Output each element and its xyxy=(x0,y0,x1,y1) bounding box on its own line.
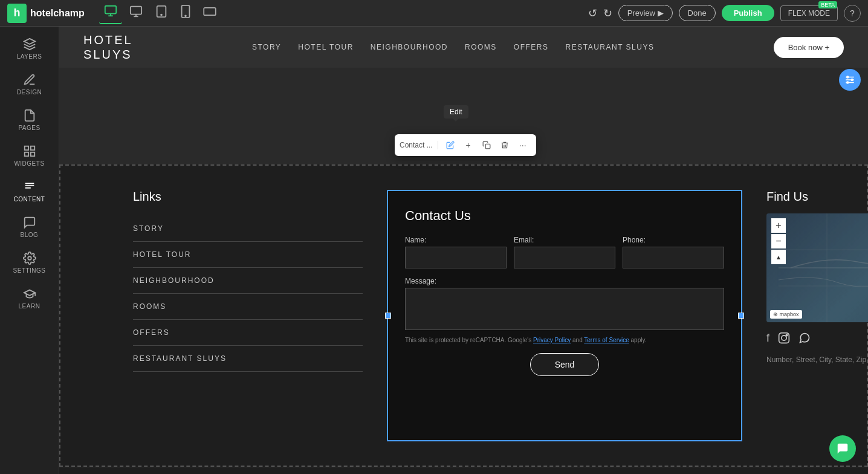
recaptcha-text: This site is protected by reCAPTCHA. Goo… xyxy=(405,336,724,345)
chat-button[interactable] xyxy=(829,435,856,462)
message-textarea[interactable] xyxy=(405,288,724,330)
sidebar-item-blog[interactable]: BLOG xyxy=(0,210,59,244)
footer-section: Links STORY HOTEL TOUR NEIGHBOURHOOD ROO… xyxy=(59,164,868,467)
help-button[interactable]: ? xyxy=(844,5,861,22)
name-input[interactable] xyxy=(405,247,507,268)
nav-rooms[interactable]: ROOMS xyxy=(465,43,497,51)
redo-button[interactable]: ↻ xyxy=(603,7,612,20)
email-field-group: Email: xyxy=(514,236,615,268)
email-label: Email: xyxy=(514,236,615,244)
map-background: Amsterdam + − ▲ ⊕ mapbox xyxy=(766,213,868,322)
device-desktop[interactable] xyxy=(125,2,147,24)
toolbar-delete-button[interactable] xyxy=(496,137,513,154)
svg-rect-22 xyxy=(485,144,490,149)
svg-point-15 xyxy=(28,256,31,260)
hotel-page: HOTEL SLUYS STORY HOTEL TOUR NEIGHBOURHO… xyxy=(59,27,868,474)
beta-badge: BETA xyxy=(818,1,837,8)
nav-offers[interactable]: OFFERS xyxy=(514,43,549,51)
toolbar-copy-button[interactable] xyxy=(478,137,495,154)
list-item[interactable]: OFFERS xyxy=(133,320,363,346)
list-item[interactable]: ROOMS xyxy=(133,294,363,320)
list-item[interactable]: NEIGHBOURHOOD xyxy=(133,268,363,294)
svg-rect-3 xyxy=(131,7,141,15)
phone-label: Phone: xyxy=(623,236,724,244)
sidebar-item-layers[interactable]: LAYERS xyxy=(0,31,59,66)
find-us-column: Find Us xyxy=(766,190,868,441)
canvas-area: HOTEL SLUYS STORY HOTEL TOUR NEIGHBOURHO… xyxy=(59,27,868,474)
phone-input[interactable] xyxy=(623,247,724,268)
svg-point-21 xyxy=(847,82,849,83)
nav-neighbourhood[interactable]: NEIGHBOURHOOD xyxy=(371,43,448,51)
hotel-nav: STORY HOTEL TOUR NEIGHBOURHOOD ROOMS OFF… xyxy=(252,43,655,51)
sidebar-item-widgets[interactable]: WIDGETS xyxy=(0,138,59,173)
mapbox-logo: ⊕ mapbox xyxy=(770,310,802,319)
name-label: Name: xyxy=(405,236,507,244)
svg-rect-10 xyxy=(204,8,216,15)
flex-mode-button[interactable]: BETA FLEX MODE xyxy=(780,5,838,21)
svg-rect-14 xyxy=(30,152,34,156)
logo: h hotelchamp xyxy=(7,4,85,23)
logo-text: hotelchamp xyxy=(30,8,85,19)
toolbar-section-label[interactable]: Contact ... xyxy=(400,141,438,149)
nav-restaurant[interactable]: RESTAURANT SLUYS xyxy=(566,43,655,51)
undo-button[interactable]: ↺ xyxy=(588,7,597,20)
contact-title: Contact Us xyxy=(405,208,724,224)
nav-hotel-tour[interactable]: HOTEL TOUR xyxy=(298,43,353,51)
resize-handle-left[interactable] xyxy=(385,313,391,319)
device-tv[interactable] xyxy=(99,2,122,24)
settings-panel-icon[interactable] xyxy=(839,69,861,91)
contact-form-section: Contact Us Name: Email: Phone: xyxy=(387,190,742,441)
svg-point-19 xyxy=(847,76,849,78)
hotel-header: HOTEL SLUYS STORY HOTEL TOUR NEIGHBOURHO… xyxy=(59,27,868,68)
sidebar-item-content[interactable]: CONTENT xyxy=(0,174,59,209)
edit-tooltip: Edit xyxy=(444,105,468,118)
phone-field-group: Phone: xyxy=(623,236,724,268)
find-us-title: Find Us xyxy=(766,190,868,204)
map-zoom-out[interactable]: − xyxy=(771,234,786,248)
svg-point-31 xyxy=(782,336,786,340)
list-item[interactable]: STORY xyxy=(133,216,363,242)
book-now-button[interactable]: Book now + xyxy=(774,37,844,58)
instagram-icon[interactable] xyxy=(778,332,790,347)
resize-handle-right[interactable] xyxy=(738,313,744,319)
send-button[interactable]: Send xyxy=(530,353,600,376)
preview-button[interactable]: Preview ▶ xyxy=(618,5,673,21)
list-item[interactable]: RESTAURANT SLUYS xyxy=(133,346,363,372)
address-text: Number, Street, City, State, Zip Code xyxy=(766,356,868,364)
contact-info-bar: Phone: +31 (0) 6 4223443 Email: receptio… xyxy=(59,467,868,474)
svg-rect-13 xyxy=(24,152,28,156)
done-button[interactable]: Done xyxy=(679,5,716,21)
sidebar: LAYERS DESIGN PAGES WIDGETS CONTENT BLOG… xyxy=(0,27,59,474)
map-container[interactable]: Amsterdam + − ▲ ⊕ mapbox xyxy=(766,213,868,322)
links-list: STORY HOTEL TOUR NEIGHBOURHOOD ROOMS OFF… xyxy=(133,216,363,372)
map-zoom-in[interactable]: + xyxy=(771,218,786,233)
device-landscape[interactable] xyxy=(198,4,221,22)
topbar: h hotelchamp ↺ ↻ Preview ▶ Done Publish … xyxy=(0,0,868,27)
toolbar-more-button[interactable]: ··· xyxy=(514,137,531,154)
whatsapp-icon[interactable] xyxy=(798,332,811,347)
facebook-icon[interactable]: f xyxy=(766,332,769,347)
privacy-policy-link[interactable]: Privacy Policy xyxy=(533,337,571,343)
svg-point-32 xyxy=(786,334,788,336)
map-reset[interactable]: ▲ xyxy=(771,250,786,264)
svg-rect-0 xyxy=(105,6,116,14)
terms-link[interactable]: Terms of Service xyxy=(584,337,629,343)
toolbar-add-button[interactable]: + xyxy=(460,137,477,154)
sidebar-item-pages[interactable]: PAGES xyxy=(0,103,59,137)
publish-button[interactable]: Publish xyxy=(722,5,774,21)
main-layout: LAYERS DESIGN PAGES WIDGETS CONTENT BLOG… xyxy=(0,27,868,474)
hotel-logo: HOTEL SLUYS xyxy=(83,33,133,62)
email-input[interactable] xyxy=(514,247,615,268)
links-title: Links xyxy=(133,190,363,204)
device-tablet[interactable] xyxy=(150,2,173,24)
nav-story[interactable]: STORY xyxy=(252,43,281,51)
logo-box: h xyxy=(7,4,27,23)
sidebar-item-design[interactable]: DESIGN xyxy=(0,67,59,102)
topbar-actions: ↺ ↻ Preview ▶ Done Publish BETA FLEX MOD… xyxy=(588,5,861,22)
sidebar-item-learn[interactable]: LEARN xyxy=(0,281,59,316)
sidebar-item-settings[interactable]: SETTINGS xyxy=(0,245,59,280)
device-mobile[interactable] xyxy=(175,2,196,24)
form-row-top: Name: Email: Phone: xyxy=(405,236,724,268)
list-item[interactable]: HOTEL TOUR xyxy=(133,242,363,268)
toolbar-edit-button[interactable] xyxy=(442,137,459,154)
